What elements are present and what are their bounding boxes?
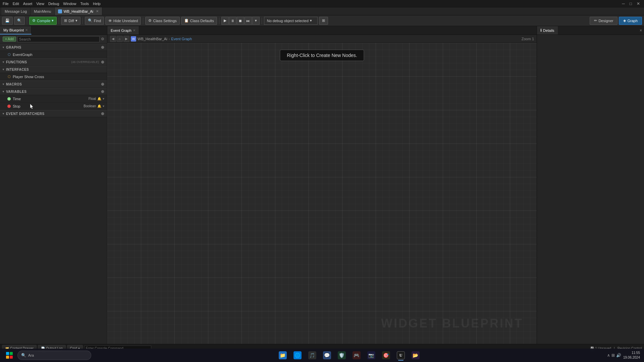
player-show-cross-item[interactable]: ⬡ Player Show Cross	[0, 73, 107, 80]
stop-variable-item[interactable]: Stop Boolean 🔔 ▾	[0, 103, 107, 110]
hide-unrelated-button[interactable]: 👁 Hide Unrelated	[105, 17, 141, 25]
taskbar-app7[interactable]: 📷	[365, 349, 378, 361]
my-blueprint-close[interactable]: ✕	[25, 28, 28, 32]
nav-home-button[interactable]: ⌂	[117, 36, 123, 42]
bp-panel-header: + Add ⚙	[0, 35, 107, 44]
taskbar-edge[interactable]: 🌐	[291, 349, 304, 361]
minimize-button[interactable]: ─	[621, 1, 626, 6]
event-dispatchers-add[interactable]: ⊕	[100, 111, 105, 116]
time-variable-item[interactable]: Time Float 🔔 ▾	[0, 95, 107, 103]
nav-back-button[interactable]: ◀	[110, 36, 116, 42]
pause-button[interactable]: ⏸	[229, 17, 236, 25]
close-button[interactable]: ✕	[635, 1, 641, 6]
taskbar-app4[interactable]: 💬	[320, 349, 334, 361]
taskbar-unreal[interactable]: U	[394, 349, 408, 361]
browse-button[interactable]: 🔍	[14, 17, 25, 25]
more-button[interactable]: ▾	[252, 17, 260, 25]
menu-edit[interactable]: Edit	[13, 2, 19, 6]
taskbar-search[interactable]: 🔍 Ara	[17, 351, 91, 360]
chevron-up-icon[interactable]: ∧	[607, 353, 610, 358]
variables-section-header[interactable]: ▼ VARIABLES ⊕	[0, 88, 107, 95]
diff-button[interactable]: ⊞ Diff ▾	[61, 17, 80, 25]
stop-button[interactable]: ⏹	[237, 17, 244, 25]
app3-icon: 🎵	[308, 351, 316, 359]
menu-file[interactable]: File	[3, 2, 9, 6]
menu-window[interactable]: Window	[63, 2, 76, 6]
player-show-cross-label: Player Show Cross	[13, 75, 104, 79]
file-tab-wb-healthbar[interactable]: WB_HealthBar_Ai ✕	[55, 7, 102, 15]
search-input[interactable]	[17, 36, 100, 42]
file-tab-message-log[interactable]: Message Log	[1, 7, 31, 15]
clock-date: 19.06.2024	[623, 355, 640, 360]
graph-button[interactable]: ◈ Graph	[619, 17, 642, 25]
message-log-label: Message Log	[5, 9, 27, 13]
debug-dropdown-icon: ▾	[310, 18, 312, 23]
menu-asset[interactable]: Asset	[23, 2, 33, 6]
graphs-add[interactable]: ⊕	[100, 45, 105, 50]
graphs-section-header[interactable]: ▼ GRAPHS ⊕	[0, 44, 107, 51]
breadcrumb-blueprint: WB_HealthBar_Ai	[138, 37, 167, 41]
play-button[interactable]: ▶	[221, 17, 229, 25]
interfaces-section-header[interactable]: ▼ INTERFACES	[0, 66, 107, 73]
find-button[interactable]: 🔍 Find	[85, 17, 104, 25]
add-button[interactable]: + Add	[3, 37, 16, 42]
event-dispatchers-title: EVENT DISPATCHERS	[6, 112, 99, 116]
details-tab[interactable]: ℹ Details	[537, 26, 558, 35]
win-logo-q4	[10, 356, 13, 359]
taskbar-file-explorer[interactable]: 📁	[276, 349, 289, 361]
my-blueprint-tab[interactable]: My Blueprint ✕	[0, 26, 32, 35]
debug-dropdown[interactable]: No debug object selected ▾	[264, 17, 318, 25]
right-panel-header: ℹ Details ×	[537, 26, 644, 35]
save-button[interactable]: 💾	[2, 17, 13, 25]
settings-icon[interactable]: ⚙	[101, 37, 104, 41]
title-bar: File Edit Asset View Debug Window Tools …	[0, 0, 644, 7]
taskbar-app8[interactable]: 🎯	[379, 349, 393, 361]
network-icon[interactable]: ⊞	[611, 353, 615, 358]
taskbar-app5[interactable]: 🛡️	[335, 349, 348, 361]
event-graph-tab[interactable]: Event Graph ✕	[107, 26, 139, 35]
diff-label: Diff	[68, 19, 74, 23]
menu-view[interactable]: View	[36, 2, 44, 6]
menu-bar[interactable]: File Edit Asset View Debug Window Tools …	[3, 2, 101, 6]
functions-add[interactable]: ⊕	[100, 60, 105, 64]
compile-icon: ⚙	[32, 18, 36, 23]
designer-label: Designer	[598, 19, 613, 23]
event-graph-item[interactable]: ⬡ EventGraph	[0, 51, 107, 58]
variables-add[interactable]: ⊕	[100, 89, 105, 94]
debug-label: No debug object selected	[267, 19, 309, 23]
volume-icon[interactable]: 🔊	[616, 353, 621, 358]
play-controls: ▶ ⏸ ⏹ ⏭ ▾	[221, 17, 260, 25]
designer-button[interactable]: ✏ Designer	[590, 17, 618, 25]
graph-canvas[interactable]: Right-Click to Create New Nodes. WIDGET …	[107, 43, 537, 344]
taskbar-app3[interactable]: 🎵	[306, 349, 319, 361]
debug-filter-button[interactable]: ⊞	[319, 17, 328, 25]
maximize-button[interactable]: □	[628, 1, 633, 6]
frame-button[interactable]: ⏭	[245, 17, 252, 25]
app4-icon: 💬	[323, 351, 331, 359]
time-label: Time	[13, 97, 87, 101]
menu-tools[interactable]: Tools	[80, 2, 89, 6]
toolbar: 💾 🔍 ⚙ Compile ▾ ⊞ Diff ▾ 🔍 Find 👁 Hide U…	[0, 15, 644, 26]
event-graph-tab-close[interactable]: ✕	[133, 28, 136, 32]
taskbar-app6[interactable]: 🎮	[350, 349, 363, 361]
file-tab-main-menu[interactable]: MainMenu	[31, 7, 55, 15]
class-defaults-button[interactable]: 📋 Class Defaults	[181, 17, 217, 25]
taskbar-search-icon: 🔍	[21, 353, 26, 358]
macros-add[interactable]: ⊕	[100, 82, 105, 86]
menu-help[interactable]: Help	[93, 2, 101, 6]
start-button[interactable]	[1, 349, 17, 361]
title-bar-controls[interactable]: ─ □ ✕	[621, 1, 641, 6]
wb-healthbar-close[interactable]: ✕	[96, 9, 99, 13]
functions-section-header[interactable]: ▼ FUNCTIONS (46 OVERRIDABLE) ⊕	[0, 58, 107, 66]
menu-debug[interactable]: Debug	[48, 2, 59, 6]
compile-button[interactable]: ⚙ Compile ▾	[29, 17, 57, 25]
nav-forward-button[interactable]: ▶	[123, 36, 129, 42]
class-settings-button[interactable]: ⚙ Class Settings	[145, 17, 179, 25]
breadcrumb-path: WB_HealthBar_Ai › Event Graph	[138, 37, 192, 41]
taskbar-clock[interactable]: 11:55 19.06.2024	[623, 351, 640, 360]
event-dispatchers-section-header[interactable]: ▼ EVENT DISPATCHERS ⊕	[0, 110, 107, 117]
panel-tabs: My Blueprint ✕	[0, 26, 107, 35]
macros-section-header[interactable]: ▼ MACROS ⊕	[0, 80, 107, 88]
right-panel-close-button[interactable]: ×	[638, 28, 644, 33]
taskbar-app9[interactable]: 📂	[409, 349, 422, 361]
